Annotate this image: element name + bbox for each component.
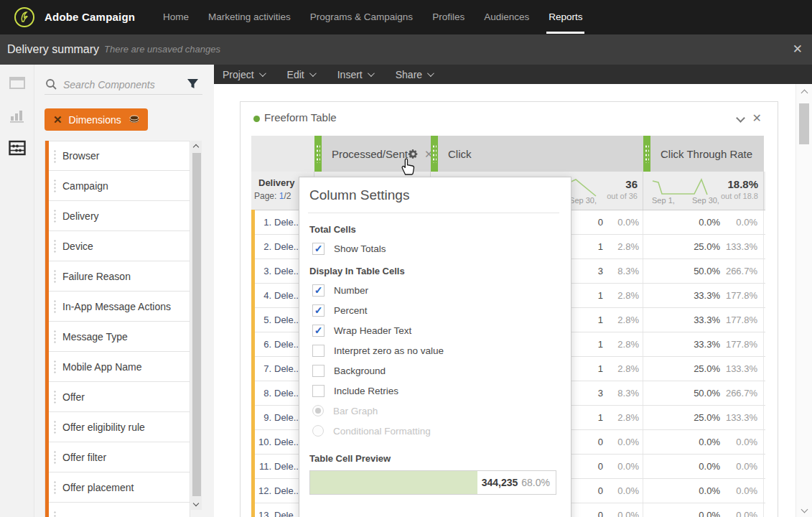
menu-insert[interactable]: Insert <box>337 69 373 80</box>
click-value: 1 <box>579 412 603 423</box>
dimension-item-delivery[interactable]: Delivery <box>45 201 190 231</box>
column-header-click[interactable]: Click <box>431 136 643 172</box>
ctr-cell[interactable]: 0.0%0.0% <box>643 479 764 503</box>
panel-close-icon[interactable]: ✕ <box>752 111 762 125</box>
option-percent[interactable]: Percent <box>312 304 559 317</box>
sidebar-scrollbar[interactable] <box>191 141 202 510</box>
filter-icon[interactable] <box>187 78 199 90</box>
option-include-retries[interactable]: Include Retries <box>312 384 559 397</box>
dimension-item-offer[interactable]: Offer <box>45 382 190 412</box>
panels-icon[interactable] <box>9 75 26 91</box>
checkbox-checked-icon[interactable] <box>312 243 325 255</box>
top-nav-item-audiences[interactable]: Audiences <box>484 0 529 34</box>
checkbox-unchecked-icon[interactable] <box>312 385 325 397</box>
drag-handle-icon[interactable] <box>53 299 57 314</box>
ctr-cell[interactable]: 33.3%177.8% <box>643 308 764 332</box>
option-show-totals[interactable]: Show Totals <box>312 242 559 255</box>
panel-collapse-icon[interactable] <box>736 113 745 123</box>
ctr-cell[interactable]: 0.0%0.0% <box>643 430 764 454</box>
dimension-item-partial[interactable] <box>45 503 190 517</box>
scroll-down-icon[interactable] <box>193 500 199 506</box>
ctr-cell[interactable]: 50.0%266.7% <box>643 381 764 405</box>
dimension-item-campaign[interactable]: Campaign <box>45 171 190 201</box>
ctr-cell[interactable]: 25.0%133.3% <box>643 406 764 429</box>
page-scroll-thumb[interactable] <box>799 103 809 144</box>
scroll-up-icon[interactable] <box>193 144 199 150</box>
drag-handle-icon[interactable] <box>53 269 57 284</box>
option-wrap-header-text[interactable]: Wrap Header Text <box>312 324 559 337</box>
drag-handle-icon[interactable] <box>316 144 320 163</box>
ctr-cell[interactable]: 50.0%266.7% <box>643 259 764 283</box>
dimension-item-offer-filter[interactable]: Offer filter <box>45 442 190 472</box>
dimension-item-offer-eligibility-rule[interactable]: Offer eligibility rule <box>45 412 190 442</box>
drag-handle-icon[interactable] <box>53 330 57 344</box>
menu-label: Project <box>223 69 254 80</box>
drag-handle-icon[interactable] <box>53 179 57 193</box>
dimension-item-mobile-app-name[interactable]: Mobile App Name <box>45 352 190 382</box>
option-interpret-zero-as-no-value[interactable]: Interpret zero as no value <box>312 344 559 357</box>
scroll-up-icon[interactable] <box>801 90 808 97</box>
dimension-item-failure-reason[interactable]: Failure Reason <box>45 261 190 292</box>
page-scrollbar[interactable] <box>795 84 812 517</box>
sidebar-scroll-thumb[interactable] <box>192 153 201 496</box>
drag-handle-icon[interactable] <box>53 360 57 374</box>
search-input[interactable] <box>63 76 178 93</box>
top-nav-item-home[interactable]: Home <box>163 0 189 34</box>
column-header-processed-sent[interactable]: Processed/Sent ✕ <box>314 136 431 172</box>
dimension-item-browser[interactable]: Browser <box>45 141 190 171</box>
checkbox-unchecked-icon[interactable] <box>312 365 325 377</box>
ctr-cell[interactable]: 33.3%177.8% <box>643 332 764 356</box>
drag-handle-icon[interactable] <box>53 420 57 434</box>
checkbox-checked-icon[interactable] <box>312 325 325 337</box>
dimension-item-device[interactable]: Device <box>45 231 190 261</box>
drag-handle-icon[interactable] <box>53 239 57 253</box>
top-nav: HomeMarketing activitiesPrograms & Campa… <box>163 0 582 34</box>
dimension-item-in-app-message-actions[interactable]: In-App Message Actions <box>45 292 190 322</box>
drag-handle-icon[interactable] <box>53 149 57 164</box>
ctr-cell[interactable]: 0.0%0.0% <box>643 210 764 234</box>
checkbox-checked-icon[interactable] <box>312 304 325 317</box>
column-header-label: Click Through Rate <box>661 148 752 160</box>
dimensions-filter-button[interactable]: ✕ Dimensions <box>45 108 148 131</box>
drag-handle-icon[interactable] <box>53 480 57 495</box>
option-number[interactable]: Number <box>312 284 559 297</box>
remove-filter-icon[interactable]: ✕ <box>53 114 62 125</box>
click-value: 0 <box>579 437 603 447</box>
column-header-click-through-rate[interactable]: Click Through Rate <box>643 136 764 172</box>
scroll-down-icon[interactable] <box>801 506 808 513</box>
top-nav-item-marketing-activities[interactable]: Marketing activities <box>208 0 291 34</box>
column-settings-gear-icon[interactable] <box>408 149 419 159</box>
checkbox-unchecked-icon[interactable] <box>312 345 325 357</box>
drag-handle-icon[interactable] <box>53 450 57 465</box>
ctr-value: 25.0% <box>694 363 720 374</box>
dimension-item-offer-placement[interactable]: Offer placement <box>45 472 190 503</box>
components-icon[interactable] <box>9 140 26 156</box>
option-background[interactable]: Background <box>312 364 559 377</box>
row-number: 9. <box>251 412 271 423</box>
drag-handle-icon[interactable] <box>432 144 437 163</box>
ctr-value: 33.3% <box>694 290 720 301</box>
visualizations-icon[interactable] <box>9 108 26 124</box>
dimension-item-message-type[interactable]: Message Type <box>45 322 190 352</box>
top-nav-item-programs-campaigns[interactable]: Programs & Campaigns <box>310 0 413 34</box>
menu-share[interactable]: Share <box>396 69 432 80</box>
ctr-value: 0.0% <box>699 510 720 517</box>
ctr-value: 50.0% <box>694 388 720 399</box>
drag-handle-icon[interactable] <box>53 511 57 517</box>
top-nav-item-reports[interactable]: Reports <box>549 0 582 34</box>
click-percent: 8.3% <box>603 388 639 399</box>
drag-handle-icon[interactable] <box>53 209 57 223</box>
drag-handle-icon[interactable] <box>645 144 649 163</box>
ctr-sparkline <box>651 177 720 197</box>
ctr-cell[interactable]: 0.0%0.0% <box>643 455 764 478</box>
menu-edit[interactable]: Edit <box>287 69 314 80</box>
top-nav-item-profiles[interactable]: Profiles <box>432 0 465 34</box>
drag-handle-icon[interactable] <box>53 390 57 404</box>
close-report-icon[interactable]: ✕ <box>793 34 803 65</box>
ctr-cell[interactable]: 0.0%0.0% <box>643 503 764 517</box>
checkbox-checked-icon[interactable] <box>312 284 325 297</box>
menu-project[interactable]: Project <box>223 69 264 80</box>
ctr-cell[interactable]: 25.0%133.3% <box>643 235 764 258</box>
ctr-cell[interactable]: 25.0%133.3% <box>643 357 764 381</box>
ctr-cell[interactable]: 33.3%177.8% <box>643 284 764 307</box>
